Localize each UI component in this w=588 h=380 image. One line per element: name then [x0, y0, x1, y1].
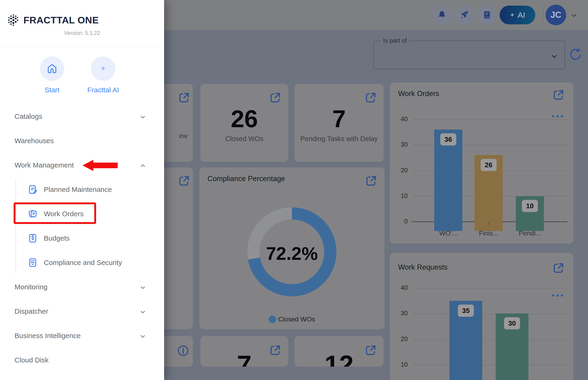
- sidebar-item-monitoring[interactable]: Monitoring: [0, 275, 164, 299]
- fracttal-dashboard-screen: ✦ AI JC Is part of ew: [0, 0, 588, 380]
- gridline: [411, 339, 567, 340]
- guide-icon: [482, 10, 492, 20]
- sidebar-item-label: Dispatcher: [15, 299, 48, 323]
- compliance-percentage-card: Compliance Percentage 72.2% Closed WOs: [199, 168, 385, 329]
- bar-value-label: 35: [458, 304, 474, 317]
- sidebar-item-label: Catalogs: [15, 104, 42, 129]
- rocket-icon: [459, 10, 470, 20]
- sidebar-item-label: Cloud Disk: [15, 348, 49, 372]
- kpi-card-closed-wos[interactable]: 26 Closed WOs: [201, 84, 288, 162]
- sparkle-icon: ✦: [510, 12, 515, 19]
- app-name: FRACTTAL ONE: [23, 15, 99, 26]
- annotation-highlight-box: [14, 202, 96, 224]
- fracttal-ai-button[interactable]: ✦ AI: [500, 6, 535, 24]
- chevron-down-icon[interactable]: [570, 12, 578, 19]
- is-part-of-select[interactable]: Is part of: [373, 37, 565, 69]
- gridline: [411, 313, 567, 314]
- kpi-label: Pending Tasks with Delay: [294, 135, 384, 143]
- sidebar-item-dispatcher[interactable]: Dispatcher: [0, 299, 164, 323]
- guide-button[interactable]: [477, 5, 497, 25]
- x-axis-tick: [488, 222, 489, 225]
- kpi-label: Closed WOs: [201, 135, 288, 143]
- x-axis-category-label: Pendi...: [507, 229, 552, 237]
- kpi-value: 7: [201, 350, 288, 367]
- kpi-card-bottom-a[interactable]: 7: [201, 336, 288, 367]
- sidebar-shortcut-fracttal-ai[interactable]: ✦ Fracttal AI: [77, 57, 129, 94]
- y-axis-tick-label: 30: [393, 141, 408, 148]
- is-part-of-label: Is part of: [381, 37, 409, 44]
- chart-title: Compliance Percentage: [207, 174, 285, 183]
- sparkle-icon: ✦: [100, 64, 106, 73]
- sidebar-item-cloud-disk[interactable]: Cloud Disk: [0, 348, 164, 372]
- clipboard-pencil-icon: [27, 184, 38, 195]
- legend-label: Closed WOs: [278, 316, 315, 323]
- shortcut-label: Start: [26, 86, 78, 94]
- open-external-icon[interactable]: [178, 91, 190, 104]
- bell-icon: [437, 10, 447, 20]
- gridline: [411, 119, 567, 120]
- x-axis-tick: [530, 222, 530, 225]
- kpi-value: 26: [201, 105, 288, 133]
- sidebar-item-business-intelligence[interactable]: Business Intelligence: [0, 323, 164, 348]
- y-axis-tick-label: 20: [393, 336, 408, 343]
- x-axis-category-label: WO'...: [426, 229, 470, 237]
- fracttal-logo-icon: [7, 14, 19, 27]
- sidebar-item-work-management[interactable]: Work Management: [0, 153, 164, 177]
- checklist-icon: [27, 257, 38, 268]
- bar-value-label: 10: [522, 200, 538, 212]
- chevron-down-icon: [139, 284, 146, 291]
- app-version: Version: 5.1.22: [0, 30, 164, 36]
- y-axis-tick-label: 0: [393, 218, 408, 225]
- partial-card-text: ew: [162, 132, 187, 140]
- ai-button-label: AI: [518, 11, 525, 20]
- y-axis-tick-label: 40: [393, 115, 408, 123]
- y-axis-tick-label: 40: [393, 284, 408, 291]
- kpi-card-bottom-b[interactable]: 12: [294, 336, 384, 367]
- chevron-down-icon[interactable]: [550, 52, 558, 61]
- legend-dot: [269, 316, 276, 323]
- donut-center-value: 72.2%: [199, 243, 385, 264]
- open-external-icon[interactable]: [364, 91, 377, 104]
- y-axis-tick-label: 10: [393, 361, 408, 368]
- open-external-icon[interactable]: [365, 174, 377, 187]
- x-axis-tick: [448, 222, 448, 225]
- sidebar-item-budgets[interactable]: Budgets: [0, 226, 164, 250]
- annotation-arrow: [93, 163, 118, 168]
- y-axis-tick-label: 10: [393, 192, 408, 200]
- info-icon[interactable]: [177, 344, 189, 357]
- y-axis-tick-label: 30: [393, 310, 408, 317]
- bar-value-label: 36: [440, 133, 456, 146]
- bar-chart-work-requests: 102030403530: [390, 253, 573, 380]
- work-requests-chart-card: Work Requests ••• 102030403530: [390, 253, 573, 380]
- sidebar-item-planned-maintenance[interactable]: Planned Maintenance: [0, 177, 164, 202]
- sidebar-item-label: Budgets: [44, 226, 70, 250]
- chevron-up-icon: [139, 162, 146, 169]
- bar-value-label: 30: [504, 317, 520, 329]
- sidebar: FRACTTAL ONE Version: 5.1.22 Start ✦ Fra…: [0, 0, 164, 380]
- user-avatar[interactable]: JC: [546, 5, 566, 25]
- sidebar-shortcut-start[interactable]: Start: [26, 57, 78, 94]
- home-icon: [47, 63, 58, 74]
- refresh-icon[interactable]: [568, 47, 583, 62]
- kpi-card-pending-delay[interactable]: 7 Pending Tasks with Delay: [294, 84, 384, 162]
- sidebar-item-catalogs[interactable]: Catalogs: [0, 104, 164, 129]
- annotation-arrow-head: [82, 160, 93, 171]
- whats-new-button[interactable]: [455, 5, 474, 25]
- chevron-down-icon: [139, 333, 146, 340]
- open-external-icon[interactable]: [178, 174, 190, 187]
- chart-legend: Closed WOs: [199, 316, 385, 323]
- gridline: [411, 288, 567, 288]
- open-external-icon[interactable]: [269, 91, 282, 104]
- work-orders-chart-card: Work Orders ••• 01020304036WO'...26Finis…: [390, 82, 573, 244]
- sidebar-item-compliance-and-security[interactable]: Compliance and Security: [0, 250, 164, 275]
- bar-value-label: 26: [481, 159, 497, 171]
- sidebar-item-label: Compliance and Security: [44, 250, 122, 275]
- y-axis-tick-label: 20: [393, 167, 408, 174]
- x-axis-category-label: Finis...: [466, 229, 511, 237]
- sidebar-item-label: Business Intelligence: [15, 323, 81, 348]
- sidebar-item-label: Planned Maintenance: [44, 177, 112, 202]
- kpi-value: 12: [294, 350, 384, 367]
- notifications-button[interactable]: [432, 5, 451, 25]
- sidebar-item-warehouses[interactable]: Warehouses: [0, 129, 164, 153]
- app-logo: FRACTTAL ONE: [7, 14, 99, 27]
